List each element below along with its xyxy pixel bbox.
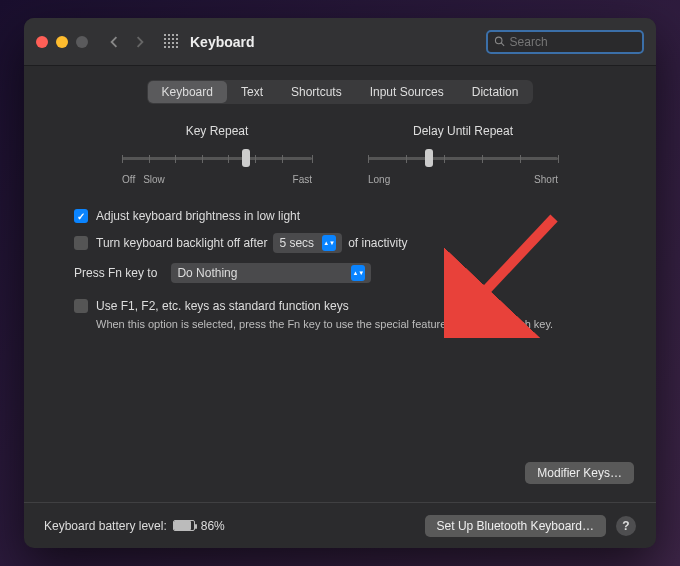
stepper-arrows-icon: ▲▼ xyxy=(351,265,365,281)
search-icon xyxy=(494,35,506,48)
window-controls xyxy=(36,36,88,48)
backlight-off-checkbox[interactable] xyxy=(74,236,88,250)
minimize-window-button[interactable] xyxy=(56,36,68,48)
key-repeat-slow-label: Slow xyxy=(143,174,165,185)
forward-button[interactable] xyxy=(130,32,150,52)
help-button[interactable]: ? xyxy=(616,516,636,536)
battery-label: Keyboard battery level: xyxy=(44,519,167,533)
delay-repeat-label: Delay Until Repeat xyxy=(368,124,558,138)
backlight-off-label-before: Turn keyboard backlight off after xyxy=(96,236,267,250)
adjust-brightness-checkbox[interactable] xyxy=(74,209,88,223)
sliders-row: Key Repeat Of xyxy=(64,120,616,199)
key-repeat-slider[interactable] xyxy=(122,148,312,168)
backlight-off-label-after: of inactivity xyxy=(348,236,407,250)
function-keys-label: Use F1, F2, etc. keys as standard functi… xyxy=(96,299,349,313)
fn-key-select[interactable]: Do Nothing ▲▼ xyxy=(171,263,371,283)
segmented-control: Keyboard Text Shortcuts Input Sources Di… xyxy=(147,80,534,104)
delay-repeat-knob[interactable] xyxy=(425,149,433,167)
battery-icon xyxy=(173,520,195,531)
search-input[interactable] xyxy=(510,35,636,49)
tab-input-sources[interactable]: Input Sources xyxy=(356,81,458,103)
function-keys-helper: When this option is selected, press the … xyxy=(96,317,606,332)
battery-percent: 86% xyxy=(201,519,225,533)
fn-key-value: Do Nothing xyxy=(177,266,343,280)
bottom-right-buttons: Modifier Keys… xyxy=(525,462,634,484)
fn-key-label: Press Fn key to xyxy=(74,266,157,280)
content-area: Key Repeat Of xyxy=(24,114,656,338)
window-title: Keyboard xyxy=(190,34,255,50)
key-repeat-off-label: Off xyxy=(122,174,135,185)
footer: Keyboard battery level: 86% Set Up Bluet… xyxy=(24,502,656,548)
back-button[interactable] xyxy=(104,32,124,52)
adjust-brightness-label: Adjust keyboard brightness in low light xyxy=(96,209,300,223)
key-repeat-knob[interactable] xyxy=(242,149,250,167)
tab-shortcuts[interactable]: Shortcuts xyxy=(277,81,356,103)
fn-key-row: Press Fn key to Do Nothing ▲▼ xyxy=(74,263,606,283)
keyboard-preferences-window: Keyboard Keyboard Text Shortcuts Input S… xyxy=(24,18,656,548)
delay-long-label: Long xyxy=(368,174,390,185)
tab-text[interactable]: Text xyxy=(227,81,277,103)
tab-dictation[interactable]: Dictation xyxy=(458,81,533,103)
backlight-off-row: Turn keyboard backlight off after 5 secs… xyxy=(74,233,606,253)
search-field[interactable] xyxy=(486,30,644,54)
tabs-bar: Keyboard Text Shortcuts Input Sources Di… xyxy=(24,66,656,114)
grid-icon xyxy=(164,34,180,50)
close-window-button[interactable] xyxy=(36,36,48,48)
form-rows: Adjust keyboard brightness in low light … xyxy=(64,199,616,332)
titlebar: Keyboard xyxy=(24,18,656,66)
key-repeat-label: Key Repeat xyxy=(122,124,312,138)
function-keys-row: Use F1, F2, etc. keys as standard functi… xyxy=(74,299,606,313)
delay-repeat-group: Delay Until Repeat Long Short xyxy=(368,124,558,185)
navigation-controls xyxy=(104,32,150,52)
delay-short-label: Short xyxy=(534,174,558,185)
svg-line-1 xyxy=(501,43,504,46)
bluetooth-keyboard-button[interactable]: Set Up Bluetooth Keyboard… xyxy=(425,515,606,537)
svg-point-0 xyxy=(495,37,502,44)
delay-repeat-slider[interactable] xyxy=(368,148,558,168)
stepper-arrows-icon: ▲▼ xyxy=(322,235,336,251)
adjust-brightness-row: Adjust keyboard brightness in low light xyxy=(74,209,606,223)
function-keys-checkbox[interactable] xyxy=(74,299,88,313)
key-repeat-group: Key Repeat Of xyxy=(122,124,312,185)
modifier-keys-button[interactable]: Modifier Keys… xyxy=(525,462,634,484)
show-all-button[interactable] xyxy=(162,32,182,52)
backlight-timeout-value: 5 secs xyxy=(279,236,314,250)
key-repeat-fast-label: Fast xyxy=(293,174,312,185)
backlight-timeout-select[interactable]: 5 secs ▲▼ xyxy=(273,233,342,253)
tab-keyboard[interactable]: Keyboard xyxy=(148,81,227,103)
zoom-window-button[interactable] xyxy=(76,36,88,48)
